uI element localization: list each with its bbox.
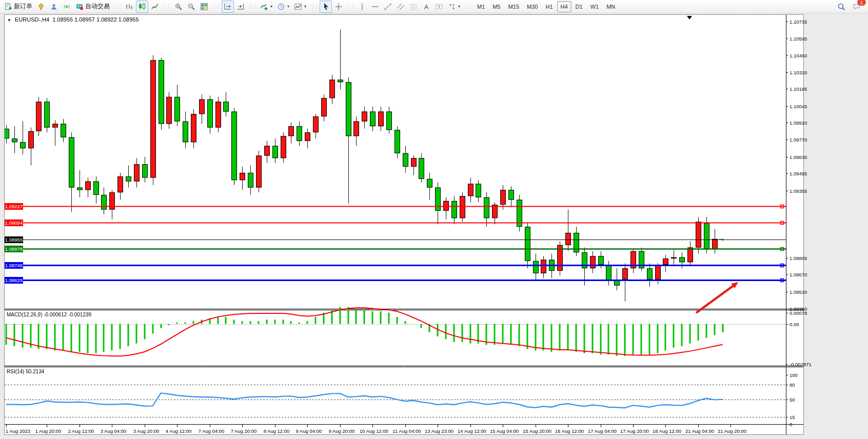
tile-windows-button[interactable] xyxy=(198,1,210,13)
toolbar-separator: ⋮⋮ xyxy=(464,4,472,9)
notification-badge: 1 xyxy=(857,0,866,6)
bar-chart-button[interactable] xyxy=(123,1,135,13)
hline-icon xyxy=(371,3,379,11)
vline-button[interactable] xyxy=(356,1,368,13)
timeframe-button-h4[interactable]: H4 xyxy=(557,1,571,12)
toolbar-separator: ⋮⋮ xyxy=(310,4,318,9)
timeframe-button-w1[interactable]: W1 xyxy=(587,1,603,12)
profile-button[interactable] xyxy=(48,1,60,13)
crosshair-icon xyxy=(334,3,343,11)
zoom-in-button[interactable] xyxy=(172,1,185,13)
timeframe-button-m30[interactable]: M30 xyxy=(523,1,541,12)
chart-shift-button[interactable] xyxy=(234,1,247,13)
auto-trading-button[interactable]: 自动交易 xyxy=(73,1,112,13)
auto-trading-icon xyxy=(75,3,84,11)
line-chart-button[interactable] xyxy=(149,1,161,13)
timeframe-button-d1[interactable]: D1 xyxy=(572,1,586,12)
label-button[interactable]: T xyxy=(433,1,445,13)
search-icon xyxy=(837,3,845,11)
periods-button[interactable]: ▾ xyxy=(275,1,291,13)
timeframe-button-m1[interactable]: M1 xyxy=(474,1,488,12)
chevron-down-icon: ▾ xyxy=(458,4,460,9)
gem-icon xyxy=(37,3,45,11)
indicators-button[interactable]: ▾ xyxy=(258,1,274,13)
label-icon: T xyxy=(435,3,443,11)
line-chart-icon xyxy=(151,3,159,11)
zoom-out-button[interactable] xyxy=(185,1,198,13)
timeframe-button-m15[interactable]: M15 xyxy=(505,1,523,12)
zoom-in-icon xyxy=(174,3,183,11)
cursor-button[interactable] xyxy=(320,1,332,13)
chevron-down-icon: ▾ xyxy=(270,4,272,9)
template-icon xyxy=(294,3,302,11)
timeframe-button-h1[interactable]: H1 xyxy=(542,1,556,12)
main-toolbar: 新订单自动交易⋮⋮⋮⋮⋮⋮⋮⋮▾▾▾⋮⋮⋮⋮AT▾⋮⋮M1M5M15M30H1H… xyxy=(0,0,868,13)
indicators-icon xyxy=(260,3,268,11)
notifications-button[interactable]: 1 xyxy=(851,1,863,13)
cursor-icon xyxy=(322,3,330,11)
text-icon: A xyxy=(422,3,430,11)
toolbar-separator: ⋮⋮ xyxy=(113,4,122,9)
auto-scroll-icon xyxy=(224,3,232,11)
trendline-button[interactable] xyxy=(382,1,394,13)
channel-icon xyxy=(397,3,405,11)
auto-scroll-button[interactable] xyxy=(222,1,234,13)
new-order-button-label: 新订单 xyxy=(14,2,32,11)
candlestick-button[interactable] xyxy=(136,1,148,13)
chart-canvas[interactable] xyxy=(5,15,803,434)
candles-icon xyxy=(138,3,146,11)
fibonacci-button[interactable] xyxy=(407,1,420,13)
profile-icon xyxy=(50,3,58,11)
chevron-down-icon: ▾ xyxy=(304,4,306,9)
timeframe-button-m5[interactable]: M5 xyxy=(489,1,504,12)
search-button[interactable] xyxy=(835,1,847,13)
clock-icon xyxy=(277,3,285,11)
tile-icon xyxy=(200,3,208,11)
arrows-button[interactable]: ▾ xyxy=(446,1,462,13)
toolbar-separator: ⋮⋮ xyxy=(163,4,171,9)
new-order-button[interactable]: 新订单 xyxy=(2,1,34,13)
timeframe-button-mn[interactable]: MN xyxy=(603,1,619,12)
vline-icon xyxy=(358,3,366,11)
new-order-icon xyxy=(4,3,12,11)
toolbar-separator: ⋮⋮ xyxy=(346,4,354,9)
templates-button[interactable]: ▾ xyxy=(292,1,308,13)
signals-button[interactable] xyxy=(61,1,73,13)
chevron-down-icon: ▾ xyxy=(287,4,289,9)
fibonacci-icon xyxy=(409,3,418,11)
arrows-icon xyxy=(448,3,456,11)
signal-icon xyxy=(63,3,71,11)
toolbar-separator: ⋮⋮ xyxy=(212,4,220,9)
crosshair-button[interactable] xyxy=(332,1,345,13)
svg-text:T: T xyxy=(438,5,441,9)
trendline-icon xyxy=(384,3,392,11)
new-chart-button[interactable] xyxy=(35,1,47,13)
channel-button[interactable] xyxy=(394,1,407,13)
bars-icon xyxy=(125,3,133,11)
zoom-out-icon xyxy=(187,3,195,11)
chart-shift-icon xyxy=(236,3,245,11)
chart-window: ▼ EURUSD-,H4 1.08955 1.08957 1.08922 1.0… xyxy=(4,14,804,435)
svg-text:A: A xyxy=(424,3,428,10)
text-button[interactable]: A xyxy=(420,1,432,13)
hline-button[interactable] xyxy=(369,1,381,13)
auto-trading-button-label: 自动交易 xyxy=(85,2,110,11)
toolbar-separator: ⋮⋮ xyxy=(248,4,257,9)
